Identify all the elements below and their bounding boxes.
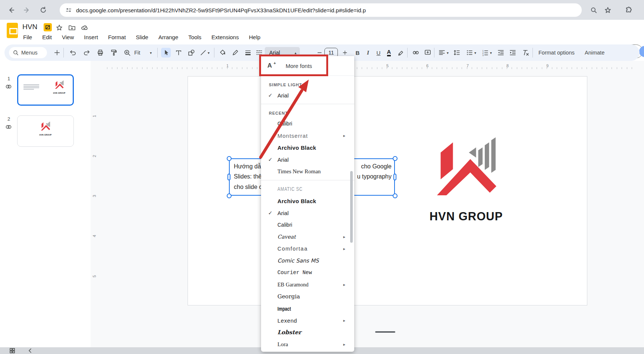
ruler-mark: 1 <box>92 115 97 117</box>
animate-button[interactable]: Animate <box>585 50 604 56</box>
selection-handle-right-mid[interactable] <box>393 174 396 180</box>
zoom-in-button[interactable] <box>122 48 132 58</box>
search-menus-label: Menus <box>21 50 38 56</box>
menu-extensions[interactable]: Extensions <box>211 34 239 40</box>
bulleted-list-button[interactable] <box>465 48 474 58</box>
slide-thumbnail-2[interactable]: HVN GROUP <box>17 115 74 147</box>
address-bar[interactable]: docs.google.com/presentation/d/1Hi22hVNh… <box>60 3 582 17</box>
menu-arrange[interactable]: Arrange <box>158 34 178 40</box>
font-menu-item[interactable]: Impact <box>261 302 354 314</box>
hvn-logo[interactable]: HVN GROUP <box>412 134 520 223</box>
font-menu-item[interactable]: Calibri <box>261 118 354 130</box>
zoom-select[interactable]: Fit <box>134 50 140 56</box>
yellow-badge-icon[interactable] <box>44 23 52 31</box>
font-menu-item[interactable]: Archivo Black <box>261 142 354 153</box>
search-menus-button[interactable]: Menus <box>9 47 47 58</box>
slide-2-link-icon <box>5 124 12 130</box>
insert-link-button[interactable] <box>411 48 421 58</box>
menu-insert[interactable]: Insert <box>84 34 98 40</box>
bulleted-list-caret[interactable]: ▾ <box>474 51 476 55</box>
font-menu-item[interactable]: Calibri <box>261 219 354 231</box>
paint-format-button[interactable] <box>109 48 119 58</box>
menu-view[interactable]: View <box>62 34 74 40</box>
font-menu-item-label: Comfortaa <box>277 246 308 252</box>
ruler-mark: 8 <box>506 63 509 68</box>
submenu-arrow-icon: ▸ <box>343 342 345 347</box>
font-menu-item[interactable]: Montserrat▸ <box>261 130 354 142</box>
highlight-color-button[interactable] <box>396 48 406 58</box>
font-menu-item[interactable]: Caveat▸ <box>261 231 354 243</box>
speaker-notes-resize-handle[interactable] <box>375 331 395 333</box>
font-menu-item[interactable]: Lora▸ <box>261 338 354 350</box>
border-color-button[interactable] <box>230 48 240 58</box>
cloud-status-icon[interactable] <box>81 24 89 32</box>
underline-button[interactable]: U <box>374 48 383 58</box>
slide-thumbnail-1[interactable]: HVN GROUP <box>17 74 74 106</box>
browser-back-button[interactable] <box>6 5 16 15</box>
print-button[interactable] <box>95 48 105 58</box>
menu-edit[interactable]: Edit <box>42 34 52 40</box>
selection-handle-left-mid[interactable] <box>227 174 230 180</box>
font-menu-item[interactable]: AMATIC SC <box>261 183 354 195</box>
selection-handle-bottom-right[interactable] <box>393 193 398 198</box>
numbered-list-caret[interactable]: ▾ <box>490 51 492 55</box>
font-menu-item[interactable]: Comic Sans MS <box>261 255 354 267</box>
align-caret[interactable]: ▾ <box>447 51 449 55</box>
align-button[interactable] <box>437 48 447 58</box>
ruler-mark: 3 <box>92 195 97 197</box>
font-menu-item[interactable]: Lobster <box>261 326 354 338</box>
insert-line-button[interactable] <box>198 48 208 58</box>
zoom-browser-icon[interactable] <box>588 5 599 15</box>
extensions-icon[interactable] <box>623 5 634 15</box>
redo-button[interactable] <box>82 48 92 58</box>
grid-view-icon[interactable] <box>9 348 16 354</box>
plus-new-slide-button[interactable] <box>52 48 62 58</box>
selection-handle-top-right[interactable] <box>393 156 398 161</box>
line-spacing-button[interactable] <box>452 48 462 58</box>
text-box-button[interactable] <box>174 48 183 58</box>
decrease-indent-button[interactable] <box>496 48 506 58</box>
menu-slide[interactable]: Slide <box>136 34 148 40</box>
clear-formatting-button[interactable] <box>521 48 530 58</box>
selection-handle-bottom-left[interactable] <box>227 193 232 198</box>
numbered-list-button[interactable]: 123 <box>480 48 490 58</box>
zoom-caret[interactable]: ▾ <box>150 51 152 55</box>
text-color-button[interactable]: A <box>384 48 394 58</box>
font-menu-item[interactable]: Archivo Black <box>261 195 354 207</box>
document-title[interactable]: HVN <box>22 23 37 31</box>
add-comment-button[interactable] <box>423 48 433 58</box>
menu-help[interactable]: Help <box>249 34 260 40</box>
star-icon[interactable] <box>55 24 63 32</box>
google-slides-logo[interactable] <box>7 23 18 38</box>
italic-button[interactable]: I <box>363 48 373 58</box>
menu-scrollbar-thumb[interactable] <box>350 171 353 243</box>
menu-format[interactable]: Format <box>108 34 126 40</box>
increase-indent-button[interactable] <box>508 48 518 58</box>
border-weight-button[interactable] <box>243 48 253 58</box>
undo-button[interactable] <box>68 48 78 58</box>
line-caret[interactable]: ▾ <box>208 51 210 55</box>
font-menu-item[interactable]: EB Garamond▸ <box>261 279 354 291</box>
font-menu-item[interactable]: Courier New <box>261 267 354 279</box>
insert-shape-button[interactable] <box>186 48 196 58</box>
font-menu-item[interactable]: Lexend▸ <box>261 314 354 326</box>
fill-color-button[interactable] <box>218 48 227 58</box>
browser-reload-button[interactable] <box>38 5 48 15</box>
move-to-folder-icon[interactable] <box>68 24 76 32</box>
font-menu-item[interactable]: Times New Roman <box>261 165 354 177</box>
ruler-mark: 7 <box>466 63 469 68</box>
font-menu-item[interactable]: ✓Arial <box>261 153 354 165</box>
font-menu-item[interactable]: Comfortaa▸ <box>261 243 354 255</box>
font-menu-item[interactable]: ✓Arial <box>261 207 354 219</box>
font-menu-item[interactable]: Georgia <box>261 291 354 302</box>
bookmark-star-icon[interactable] <box>603 5 613 15</box>
font-menu-item[interactable]: ✓Arial <box>261 89 354 101</box>
menu-file[interactable]: File <box>23 34 32 40</box>
selection-handle-top-left[interactable] <box>227 156 232 161</box>
browser-forward-button[interactable] <box>22 5 32 15</box>
format-options-button[interactable]: Format options <box>538 50 575 56</box>
menu-tools[interactable]: Tools <box>188 34 201 40</box>
site-info-icon[interactable] <box>65 6 72 14</box>
collapse-filmstrip-icon[interactable] <box>27 348 34 354</box>
select-tool-button[interactable] <box>161 48 171 58</box>
